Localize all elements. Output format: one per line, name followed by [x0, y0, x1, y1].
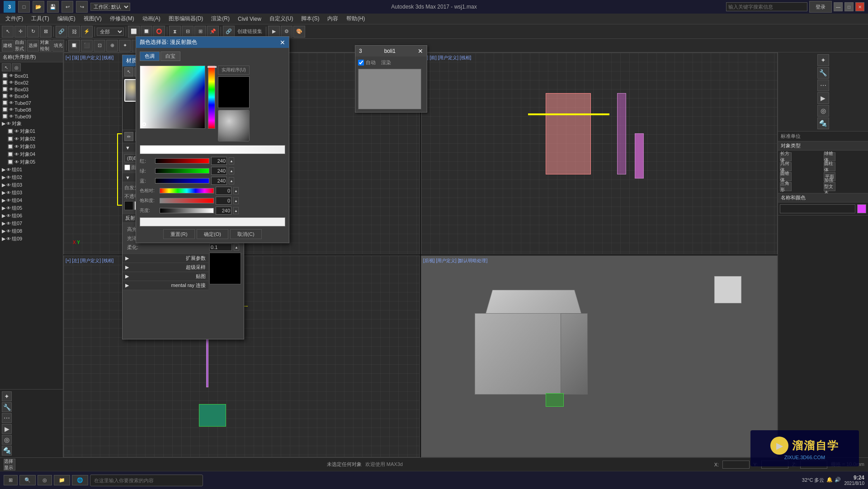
array-btn[interactable]: ⊞	[194, 26, 206, 38]
hue-arrow[interactable]: ▲	[233, 187, 239, 194]
sat-value[interactable]	[216, 197, 231, 205]
build-link-btn[interactable]: 🔗	[223, 26, 235, 38]
soften-up[interactable]: ▲	[234, 244, 239, 251]
menu-script[interactable]: 脚本(S)	[297, 14, 323, 24]
scene-item-group03a[interactable]: ▶👁组03	[0, 181, 63, 189]
status-select-btn[interactable]: 选择 显示	[4, 459, 15, 470]
plane-btn[interactable]: 圆锥体	[780, 172, 792, 181]
box-btn[interactable]: 长方体	[780, 152, 792, 161]
scene-item-box03[interactable]: 🔲👁Box03	[0, 86, 63, 93]
scene-item-tube07[interactable]: 🔲👁Tube07	[0, 99, 63, 106]
scene-item-tube08[interactable]: 🔲👁Tube08	[0, 106, 63, 113]
menu-graph-editor[interactable]: 图形编辑器(D)	[165, 14, 207, 24]
boli-dialog-close[interactable]: ✕	[418, 47, 423, 55]
b-value[interactable]	[211, 177, 227, 185]
motion-mode-btn[interactable]: ▶	[817, 92, 829, 104]
scene-item-tube09[interactable]: 🔲👁Tube09	[0, 113, 63, 120]
viewport-top-label[interactable]: [+] [顶] [用户定义] [线框]	[66, 55, 113, 61]
create-mode-btn[interactable]: ✦	[817, 54, 829, 66]
select-tab[interactable]: 选择	[27, 40, 39, 52]
mental-ray-header[interactable]: ▶ mental ray 连接	[123, 281, 208, 290]
modify-icon[interactable]: 🔧	[2, 402, 12, 412]
cancel-btn[interactable]: 取消(C)	[230, 229, 262, 239]
menu-modifier[interactable]: 停修器(M)	[106, 14, 138, 24]
g-arrow[interactable]: ▲	[229, 167, 234, 174]
menu-animation[interactable]: 动画(A)	[139, 14, 164, 24]
color-picker-dialog[interactable]: 颜色选择器: 漫反射颜色 ✕ 色调 白宝 实用程序(U)	[136, 36, 289, 243]
hue-slider[interactable]	[160, 188, 214, 193]
viewport-left-label[interactable]: [+] [左] [用户定义] [线框]	[66, 258, 113, 264]
viewport-front-label[interactable]: [+] [前] [用户定义] [线框]	[423, 55, 471, 61]
explorer-display[interactable]: ◎	[12, 63, 21, 71]
app-logo[interactable]: 3	[4, 1, 15, 13]
close-btn[interactable]: ✕	[855, 2, 864, 11]
g-slider[interactable]	[155, 168, 209, 174]
render-setup-btn[interactable]: ⚙	[281, 26, 292, 38]
b-slider[interactable]	[155, 178, 209, 183]
scene-item-group02[interactable]: ▶👁组02	[0, 174, 63, 181]
b-arrow[interactable]: ▲	[229, 177, 234, 184]
color-tab-white[interactable]: 白宝	[160, 52, 180, 61]
material-editor-btn[interactable]: 🎨	[293, 26, 305, 38]
move-btn[interactable]: ✛	[14, 26, 26, 38]
x-input[interactable]	[722, 461, 750, 469]
mode-btn1[interactable]: 🔲	[68, 40, 80, 52]
file-explorer-btn[interactable]: 📁	[54, 475, 70, 485]
text-btn[interactable]: 加强型文本	[824, 182, 835, 191]
torus-btn[interactable]: 圆柱体	[824, 162, 835, 171]
select-btn[interactable]: ↖	[2, 26, 14, 38]
mode-btn3[interactable]: ⊡	[94, 40, 105, 52]
scene-item-group01[interactable]: ▶👁组01	[0, 166, 63, 174]
cylinder-btn[interactable]: 几何体	[780, 162, 792, 171]
redo-btn[interactable]: ↪	[76, 1, 88, 13]
window-select[interactable]: 🔲	[141, 26, 152, 38]
login-btn[interactable]: 登录	[809, 1, 832, 13]
val-slider[interactable]	[160, 208, 214, 213]
open-btn[interactable]: 📂	[33, 1, 44, 13]
boli-dialog[interactable]: 3 boli1 ✕ 自动 渲染	[355, 45, 427, 113]
undo-btn[interactable]: ↩	[61, 1, 73, 13]
r-slider[interactable]	[155, 158, 209, 164]
bind-btn[interactable]: ⚡	[81, 26, 93, 38]
cone-btn[interactable]: 三角形	[780, 182, 792, 191]
soften-input[interactable]	[209, 244, 232, 251]
freeform-tab[interactable]: 自由形式	[14, 40, 26, 52]
val-value[interactable]	[216, 207, 231, 215]
create-icon[interactable]: ✦	[2, 391, 12, 401]
supersampling-header[interactable]: ▶ 超级采样	[123, 263, 208, 272]
scale-btn[interactable]: ⊠	[40, 26, 52, 38]
scene-item-group09[interactable]: ▶👁组09	[0, 235, 63, 243]
menu-tools[interactable]: 工具(T)	[28, 14, 52, 24]
boli-dialog-titlebar[interactable]: 3 boli1 ✕	[355, 46, 427, 56]
align-btn[interactable]: ⊟	[182, 26, 193, 38]
viewport-3d[interactable]: [后视] [用户定义] [默认明暗处理]	[421, 255, 778, 457]
scene-item-box01[interactable]: 🔲👁Box01	[0, 72, 63, 79]
viewport-front[interactable]: [+] [前] [用户定义] [线框]	[421, 52, 778, 254]
sat-slider[interactable]	[160, 198, 214, 203]
val-arrow[interactable]: ▲	[233, 207, 239, 214]
object-paint-tab[interactable]: 对象绘制	[40, 40, 52, 52]
scene-item-object02[interactable]: 🔲👁对象02	[0, 135, 63, 143]
hierarchy-icon[interactable]: ⋯	[2, 413, 12, 423]
populate-tab[interactable]: 填充	[52, 40, 64, 52]
search-btn[interactable]: 🔍	[19, 475, 36, 485]
r-arrow[interactable]: ▲	[229, 157, 234, 165]
object-color-swatch[interactable]	[857, 204, 866, 213]
mode-btn2[interactable]: ⬛	[81, 40, 93, 52]
mode-btn5[interactable]: ✦	[119, 40, 131, 52]
scene-item-object04[interactable]: 🔲👁对象04	[0, 150, 63, 158]
mode-btn4[interactable]: ⊕	[106, 40, 118, 52]
filter-select[interactable]: 全部	[97, 28, 124, 36]
maximize-btn[interactable]: □	[844, 2, 854, 11]
rectangle-select[interactable]: ⬜	[128, 26, 140, 38]
mat-paint[interactable]: ✏	[124, 132, 133, 141]
scene-item-group07[interactable]: ▶👁组07	[0, 220, 63, 227]
rotate-btn[interactable]: ↻	[27, 26, 39, 38]
menu-content[interactable]: 内容	[324, 14, 342, 24]
menu-help[interactable]: 帮助(H)	[343, 14, 368, 24]
white-bar[interactable]	[140, 145, 285, 154]
scene-item-group03b[interactable]: ▶👁组03	[0, 189, 63, 197]
browser-btn[interactable]: 🌐	[72, 475, 88, 485]
scene-item-group05[interactable]: ▶👁组05	[0, 204, 63, 212]
hue-value[interactable]	[216, 187, 231, 195]
